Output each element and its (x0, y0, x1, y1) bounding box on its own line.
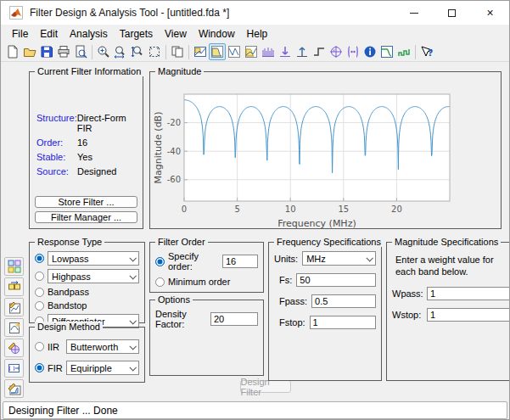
menu-view[interactable]: View (159, 26, 193, 42)
wpass-input[interactable] (427, 287, 510, 300)
response-type-panel: Response Type Lowpass Highpass Bandpass (29, 242, 145, 323)
create-multirate-filter-button[interactable] (4, 277, 24, 296)
menu-targets[interactable]: Targets (114, 26, 159, 42)
realize-model-button[interactable] (4, 257, 24, 276)
current-filter-information-panel: Current Filter Information Structure: Di… (29, 71, 143, 229)
pole-zero-icon (329, 45, 343, 59)
panel-title: Response Type (35, 237, 104, 247)
matlab-icon (9, 6, 23, 20)
highpass-dropdown[interactable]: Highpass (48, 269, 139, 283)
pole-zero-editor-icon (8, 300, 21, 314)
set-quantization-parameters-button[interactable] (4, 339, 24, 357)
minimum-order-radio[interactable] (155, 277, 165, 287)
filter-manager-button[interactable]: Filter Manager ... (35, 211, 137, 223)
filter-coefficients-button[interactable] (345, 43, 361, 60)
step-response-button[interactable] (311, 43, 328, 60)
fpass-row: Fpass: (274, 294, 376, 308)
new-file-icon (6, 45, 20, 59)
group-delay-button[interactable] (260, 43, 277, 60)
field-label: Stable: (36, 152, 77, 162)
svg-text:5: 5 (234, 204, 239, 214)
panel-title: Options (155, 294, 193, 305)
zoom-x-icon (114, 45, 127, 59)
open-file-button[interactable] (21, 43, 38, 60)
round-off-noise-spectrum-button[interactable] (395, 43, 412, 60)
full-view-icon (148, 45, 161, 59)
print-preview-button[interactable] (72, 43, 89, 60)
context-help-button[interactable] (418, 43, 435, 60)
units-dropdown[interactable]: MHz (302, 251, 376, 266)
wstop-input[interactable] (427, 308, 510, 322)
weight-note: Enter a weight value for each band below… (395, 255, 510, 278)
specify-order-radio[interactable] (155, 257, 165, 266)
filter-information-button[interactable] (361, 43, 378, 60)
menu-window[interactable]: Window (193, 26, 241, 42)
field-value: Yes (77, 152, 92, 162)
fir-dropdown[interactable]: Equiripple (66, 361, 139, 375)
menu-file[interactable]: File (6, 26, 34, 42)
option-fir: FIR Equiripple (35, 361, 139, 375)
design-filter-button[interactable]: Design Filter (240, 380, 291, 393)
maximize-button[interactable] (433, 1, 471, 25)
pole-zero-editor-button[interactable] (4, 298, 24, 316)
phase-response-button[interactable] (226, 43, 243, 60)
option-minimum-order: Minimum order (155, 277, 258, 287)
transform-filter-button[interactable] (4, 359, 24, 378)
info-row-order: Order: 16 (36, 137, 137, 148)
zoom-y-button[interactable] (129, 43, 146, 60)
fdatool-window: Filter Design & Analysis Tool - [untitle… (0, 0, 510, 420)
magnitude-and-phase-icon (244, 45, 258, 59)
magnitude-panel: Magnitude 05101520-20-40-60Frequency (MH… (149, 71, 502, 229)
sidebar (3, 66, 26, 420)
filter-specifications-button[interactable] (192, 43, 209, 60)
fpass-input[interactable] (311, 294, 376, 308)
panel-title: Magnitude (155, 66, 204, 76)
lowpass-dropdown[interactable]: Lowpass (48, 251, 139, 266)
magnitude-response-plot[interactable]: 05101520-20-40-60Frequency (MHz)Magnitud… (152, 77, 499, 232)
close-button[interactable]: × (471, 1, 509, 25)
panel-title: Current Filter Information (35, 66, 143, 76)
highpass-radio[interactable] (35, 272, 44, 281)
transform-filter-icon (8, 361, 21, 375)
iir-dropdown[interactable]: Butterworth (66, 339, 139, 354)
new-file-button[interactable] (4, 43, 21, 60)
magnitude-response-icon (210, 45, 224, 59)
pole-zero-plot-button[interactable] (328, 43, 345, 60)
fpass-label: Fpass: (279, 296, 307, 306)
iir-radio[interactable] (35, 342, 44, 351)
specify-order-input[interactable] (222, 255, 258, 268)
print-button[interactable] (55, 43, 72, 60)
menu-analysis[interactable]: Analysis (64, 26, 114, 42)
zoom-in-button[interactable] (95, 43, 112, 60)
fstop-input[interactable] (310, 316, 376, 329)
magnitude-and-phase-button[interactable] (243, 43, 260, 60)
menu-help[interactable]: Help (241, 26, 274, 42)
design-filter-sidebar-button[interactable] (4, 379, 24, 398)
magnitude-response-estimate-button[interactable] (378, 43, 395, 60)
design-filter-icon (8, 382, 21, 395)
wstop-row: Wstop: (392, 308, 510, 322)
fs-input[interactable] (296, 273, 376, 287)
field-value: Direct-Form FIR (77, 113, 137, 133)
print-preview-icon (74, 45, 87, 59)
bandstop-radio[interactable] (35, 301, 44, 311)
save-button[interactable] (38, 43, 55, 60)
magnitude-response-button[interactable] (209, 43, 226, 60)
density-factor-input[interactable] (210, 312, 258, 326)
bandpass-radio[interactable] (35, 288, 44, 297)
lowpass-radio[interactable] (35, 254, 44, 263)
print-to-figure-button[interactable] (169, 43, 186, 60)
store-filter-button[interactable]: Store Filter ... (35, 196, 137, 208)
zoom-x-button[interactable] (112, 43, 129, 60)
minimize-button[interactable] (395, 1, 433, 25)
option-bandpass: Bandpass (35, 287, 139, 297)
menu-edit[interactable]: Edit (34, 26, 64, 42)
full-view-button[interactable] (146, 43, 163, 60)
import-filter-button[interactable] (4, 318, 24, 337)
svg-text:-60: -60 (167, 175, 181, 184)
phase-delay-button[interactable] (277, 43, 294, 60)
zoom-y-icon (131, 45, 144, 59)
fir-radio[interactable] (35, 363, 44, 372)
menu-bar: File Edit Analysis Targets View Window H… (1, 25, 509, 42)
impulse-response-button[interactable] (294, 43, 311, 60)
